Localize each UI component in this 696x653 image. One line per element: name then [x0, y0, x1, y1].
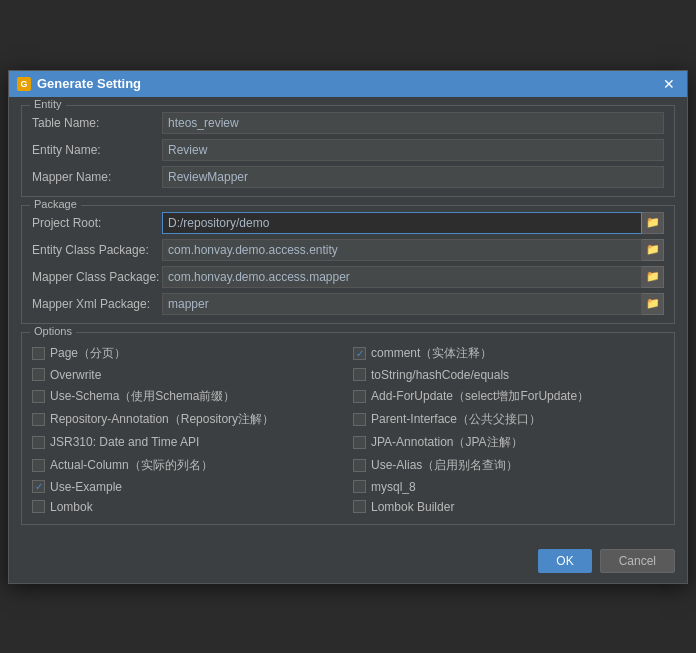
opt-use-example-checkbox[interactable] — [32, 480, 45, 493]
options-section: Options Page（分页） comment（实体注释） Overwrite — [21, 332, 675, 525]
opt-overwrite-row: Overwrite — [32, 366, 343, 384]
opt-jpa-annotation-row: JPA-Annotation（JPA注解） — [353, 432, 664, 453]
opt-tostring-checkbox[interactable] — [353, 368, 366, 381]
project-root-row: Project Root: 📁 — [32, 212, 664, 234]
opt-use-schema-checkbox[interactable] — [32, 390, 45, 403]
mapper-name-label: Mapper Name: — [32, 170, 162, 184]
cancel-button[interactable]: Cancel — [600, 549, 675, 573]
mapper-name-input[interactable] — [162, 166, 664, 188]
opt-use-example-label: Use-Example — [50, 480, 122, 494]
opt-actual-column-label: Actual-Column（实际的列名） — [50, 457, 213, 474]
mapper-class-package-label: Mapper Class Package: — [32, 270, 162, 284]
opt-actual-column-checkbox[interactable] — [32, 459, 45, 472]
opt-use-schema-label: Use-Schema（使用Schema前缀） — [50, 388, 235, 405]
opt-comment-label: comment（实体注释） — [371, 345, 492, 362]
opt-jpa-annotation-label: JPA-Annotation（JPA注解） — [371, 434, 523, 451]
generate-setting-dialog: G Generate Setting ✕ Entity Table Name: … — [8, 70, 688, 584]
opt-page-label: Page（分页） — [50, 345, 126, 362]
mapper-class-package-folder-btn[interactable]: 📁 — [642, 266, 664, 288]
opt-lombok-checkbox[interactable] — [32, 500, 45, 513]
mapper-class-package-field: 📁 — [162, 266, 664, 288]
dialog-icon: G — [17, 77, 31, 91]
opt-use-example-row: Use-Example — [32, 478, 343, 496]
entity-class-package-field: 📁 — [162, 239, 664, 261]
opt-page-row: Page（分页） — [32, 343, 343, 364]
opt-lombok-builder-label: Lombok Builder — [371, 500, 454, 514]
opt-use-alias-label: Use-Alias（启用别名查询） — [371, 457, 518, 474]
opt-overwrite-checkbox[interactable] — [32, 368, 45, 381]
mapper-xml-package-label: Mapper Xml Package: — [32, 297, 162, 311]
opt-actual-column-row: Actual-Column（实际的列名） — [32, 455, 343, 476]
opt-overwrite-label: Overwrite — [50, 368, 101, 382]
mapper-class-package-row: Mapper Class Package: 📁 — [32, 266, 664, 288]
package-section: Package Project Root: 📁 Entity Class Pac… — [21, 205, 675, 324]
opt-lombok-label: Lombok — [50, 500, 93, 514]
table-name-input[interactable] — [162, 112, 664, 134]
entity-section: Entity Table Name: Entity Name: Mapper N… — [21, 105, 675, 197]
opt-jsr310-label: JSR310: Date and Time API — [50, 435, 199, 449]
project-root-label: Project Root: — [32, 216, 162, 230]
opt-parent-interface-checkbox[interactable] — [353, 413, 366, 426]
project-root-field: 📁 — [162, 212, 664, 234]
opt-repository-annotation-row: Repository-Annotation（Repository注解） — [32, 409, 343, 430]
opt-jsr310-row: JSR310: Date and Time API — [32, 432, 343, 453]
mapper-xml-package-row: Mapper Xml Package: 📁 — [32, 293, 664, 315]
opt-repository-annotation-label: Repository-Annotation（Repository注解） — [50, 411, 274, 428]
table-name-row: Table Name: — [32, 112, 664, 134]
opt-lombok-builder-checkbox[interactable] — [353, 500, 366, 513]
opt-jpa-annotation-checkbox[interactable] — [353, 436, 366, 449]
opt-jsr310-checkbox[interactable] — [32, 436, 45, 449]
mapper-name-row: Mapper Name: — [32, 166, 664, 188]
entity-class-package-row: Entity Class Package: 📁 — [32, 239, 664, 261]
opt-parent-interface-label: Parent-Interface（公共父接口） — [371, 411, 541, 428]
mapper-xml-package-input[interactable] — [162, 293, 642, 315]
close-button[interactable]: ✕ — [659, 76, 679, 92]
ok-button[interactable]: OK — [538, 549, 591, 573]
opt-parent-interface-row: Parent-Interface（公共父接口） — [353, 409, 664, 430]
opt-repository-annotation-checkbox[interactable] — [32, 413, 45, 426]
opt-add-forupdate-checkbox[interactable] — [353, 390, 366, 403]
options-grid: Page（分页） comment（实体注释） Overwrite toStrin… — [32, 343, 664, 516]
entity-name-input[interactable] — [162, 139, 664, 161]
opt-page-checkbox[interactable] — [32, 347, 45, 360]
opt-tostring-label: toString/hashCode/equals — [371, 368, 509, 382]
opt-mysql8-row: mysql_8 — [353, 478, 664, 496]
opt-mysql8-label: mysql_8 — [371, 480, 416, 494]
mapper-xml-package-field: 📁 — [162, 293, 664, 315]
dialog-body: Entity Table Name: Entity Name: Mapper N… — [9, 97, 687, 543]
opt-lombok-builder-row: Lombok Builder — [353, 498, 664, 516]
mapper-xml-package-folder-btn[interactable]: 📁 — [642, 293, 664, 315]
opt-use-schema-row: Use-Schema（使用Schema前缀） — [32, 386, 343, 407]
entity-class-package-folder-btn[interactable]: 📁 — [642, 239, 664, 261]
opt-use-alias-row: Use-Alias（启用别名查询） — [353, 455, 664, 476]
project-root-input[interactable] — [162, 212, 642, 234]
opt-use-alias-checkbox[interactable] — [353, 459, 366, 472]
options-section-title: Options — [30, 325, 76, 337]
package-section-title: Package — [30, 198, 81, 210]
opt-tostring-row: toString/hashCode/equals — [353, 366, 664, 384]
entity-section-title: Entity — [30, 98, 66, 110]
opt-add-forupdate-label: Add-ForUpdate（select增加ForUpdate） — [371, 388, 589, 405]
opt-lombok-row: Lombok — [32, 498, 343, 516]
opt-comment-row: comment（实体注释） — [353, 343, 664, 364]
entity-name-row: Entity Name: — [32, 139, 664, 161]
table-name-label: Table Name: — [32, 116, 162, 130]
title-bar-left: G Generate Setting — [17, 76, 141, 91]
entity-class-package-label: Entity Class Package: — [32, 243, 162, 257]
dialog-footer: OK Cancel — [9, 543, 687, 583]
entity-class-package-input[interactable] — [162, 239, 642, 261]
mapper-class-package-input[interactable] — [162, 266, 642, 288]
project-root-folder-btn[interactable]: 📁 — [642, 212, 664, 234]
opt-mysql8-checkbox[interactable] — [353, 480, 366, 493]
dialog-title: Generate Setting — [37, 76, 141, 91]
opt-add-forupdate-row: Add-ForUpdate（select增加ForUpdate） — [353, 386, 664, 407]
opt-comment-checkbox[interactable] — [353, 347, 366, 360]
title-bar: G Generate Setting ✕ — [9, 71, 687, 97]
entity-name-label: Entity Name: — [32, 143, 162, 157]
